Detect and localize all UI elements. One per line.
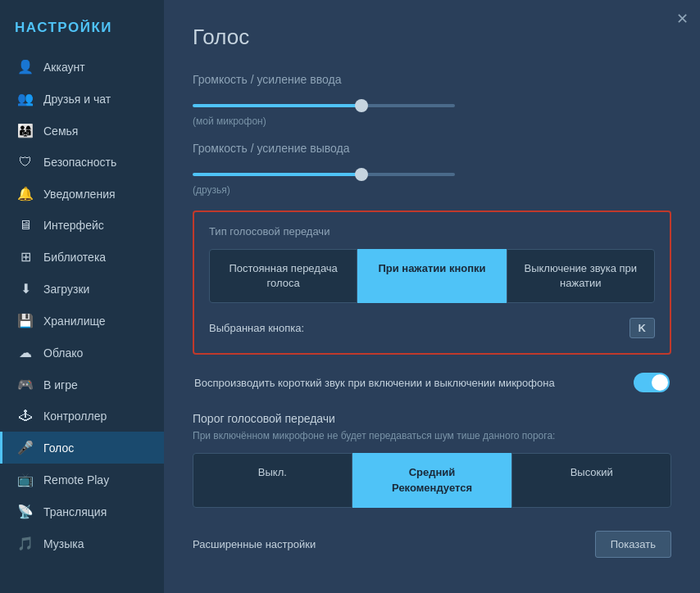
controller-icon: 🕹 xyxy=(17,409,34,423)
sidebar-item-broadcast[interactable]: 📡 Трансляция xyxy=(0,496,164,527)
output-volume-slider-container xyxy=(193,165,671,179)
sidebar-item-storage[interactable]: 💾 Хранилище xyxy=(0,305,164,337)
sidebar-item-controller[interactable]: 🕹 Контроллер xyxy=(0,401,164,432)
bell-icon: 🔔 xyxy=(17,186,34,201)
input-volume-label: Громкость / усиление ввода xyxy=(193,73,671,86)
output-volume-sublabel: (друзья) xyxy=(193,184,671,196)
threshold-medium-button[interactable]: СреднийРекомендуется xyxy=(352,453,512,507)
input-volume-slider[interactable] xyxy=(193,104,455,107)
output-volume-slider[interactable] xyxy=(193,173,455,176)
sidebar-item-music[interactable]: 🎵 Музыка xyxy=(0,527,164,559)
broadcast-icon: 📡 xyxy=(17,504,34,519)
sidebar-item-label: Библиотека xyxy=(43,251,106,264)
sidebar-item-account[interactable]: 👤 Аккаунт xyxy=(0,51,164,83)
sidebar-item-label: Облако xyxy=(43,346,83,360)
advanced-show-button[interactable]: Показать xyxy=(595,531,671,558)
sidebar-item-cloud[interactable]: ☁ Облако xyxy=(0,337,164,369)
sidebar-title: НАСТРОЙКИ xyxy=(0,8,164,51)
cloud-icon: ☁ xyxy=(17,345,34,360)
sidebar-item-friends[interactable]: 👥 Друзья и чат xyxy=(0,83,164,115)
sidebar-item-ingame[interactable]: 🎮 В игре xyxy=(0,369,164,401)
storage-icon: 💾 xyxy=(17,313,34,328)
music-icon: 🎵 xyxy=(17,536,34,551)
sidebar: НАСТРОЙКИ 👤 Аккаунт 👥 Друзья и чат 👨‍👩‍👧… xyxy=(0,0,164,593)
sidebar-item-interface[interactable]: 🖥 Интерфейс xyxy=(0,210,164,241)
sidebar-item-label: Голос xyxy=(43,441,74,455)
toggle-thumb xyxy=(652,374,668,391)
threshold-recommended-label: Рекомендуется xyxy=(392,482,472,494)
account-icon: 👤 xyxy=(17,59,34,75)
sidebar-item-label: Семья xyxy=(43,124,78,138)
sidebar-item-library[interactable]: ⊞ Библиотека xyxy=(0,241,164,273)
threshold-high-button[interactable]: Высокий xyxy=(511,453,671,507)
sidebar-item-label: Трансляция xyxy=(43,505,107,518)
voice-mute-button[interactable]: Выключение звука при нажатии xyxy=(507,249,655,303)
sidebar-item-label: Безопасность xyxy=(43,156,116,169)
modal-overlay: ✕ НАСТРОЙКИ 👤 Аккаунт 👥 Друзья и чат 👨‍👩… xyxy=(0,0,700,593)
microphone-icon: 🎤 xyxy=(17,440,34,455)
voice-type-button-group: Постоянная передача голоса При нажатии к… xyxy=(209,249,655,303)
remoteplay-icon: 📺 xyxy=(17,472,34,487)
sidebar-item-label: Интерфейс xyxy=(43,219,104,232)
threshold-sublabel: При включённом микрофоне не будет переда… xyxy=(193,430,671,441)
mic-sound-toggle-row: Воспроизводить короткий звук при включен… xyxy=(193,373,671,392)
key-badge[interactable]: K xyxy=(630,318,655,338)
page-title: Голос xyxy=(193,25,671,50)
sidebar-item-label: Уведомления xyxy=(43,188,116,201)
gamepad-icon: 🎮 xyxy=(17,377,34,392)
threshold-off-button[interactable]: Выкл. xyxy=(193,453,352,507)
sidebar-item-downloads[interactable]: ⬇ Загрузки xyxy=(0,273,164,305)
sidebar-item-label: Хранилище xyxy=(43,315,106,328)
advanced-label: Расширенные настройки xyxy=(193,538,316,550)
sidebar-item-label: Загрузки xyxy=(43,283,89,296)
family-icon: 👨‍👩‍👧 xyxy=(17,123,34,138)
monitor-icon: 🖥 xyxy=(17,218,34,233)
sidebar-item-family[interactable]: 👨‍👩‍👧 Семья xyxy=(0,115,164,147)
shield-icon: 🛡 xyxy=(17,155,34,170)
friends-icon: 👥 xyxy=(17,91,34,106)
input-volume-slider-container xyxy=(193,96,671,111)
voice-continuous-button[interactable]: Постоянная передача голоса xyxy=(209,249,357,303)
selected-key-row: Выбранная кнопка: K xyxy=(209,318,655,338)
advanced-row: Расширенные настройки Показать xyxy=(193,531,671,558)
sidebar-item-label: Музыка xyxy=(43,537,84,550)
sidebar-item-security[interactable]: 🛡 Безопасность xyxy=(0,147,164,178)
library-icon: ⊞ xyxy=(17,249,34,265)
mic-sound-toggle[interactable] xyxy=(634,373,670,392)
sidebar-item-label: Remote Play xyxy=(43,473,109,487)
main-content: Голос Громкость / усиление ввода (мой ми… xyxy=(164,0,700,593)
sidebar-item-remoteplay[interactable]: 📺 Remote Play xyxy=(0,464,164,496)
input-volume-sublabel: (мой микрофон) xyxy=(193,115,671,127)
sidebar-item-label: Друзья и чат xyxy=(43,93,111,106)
sidebar-item-label: В игре xyxy=(43,378,78,392)
voice-type-label: Тип голосовой передачи xyxy=(209,225,655,238)
threshold-title: Порог голосовой передачи xyxy=(193,412,671,425)
selected-key-label: Выбранная кнопка: xyxy=(209,322,304,334)
close-button[interactable]: ✕ xyxy=(676,10,689,28)
voice-type-box: Тип голосовой передачи Постоянная переда… xyxy=(193,210,671,355)
download-icon: ⬇ xyxy=(17,281,34,296)
voice-push-button[interactable]: При нажатии кнопки xyxy=(357,249,506,303)
sidebar-item-notifications[interactable]: 🔔 Уведомления xyxy=(0,178,164,210)
settings-modal: ✕ НАСТРОЙКИ 👤 Аккаунт 👥 Друзья и чат 👨‍👩… xyxy=(0,0,700,593)
mic-sound-label: Воспроизводить короткий звук при включен… xyxy=(194,377,555,389)
sidebar-item-label: Контроллер xyxy=(43,410,107,423)
output-volume-label: Громкость / усиление вывода xyxy=(193,142,671,155)
sidebar-item-label: Аккаунт xyxy=(43,61,85,74)
threshold-button-group: Выкл. СреднийРекомендуется Высокий xyxy=(193,453,671,507)
sidebar-item-voice[interactable]: 🎤 Голос xyxy=(0,432,164,464)
